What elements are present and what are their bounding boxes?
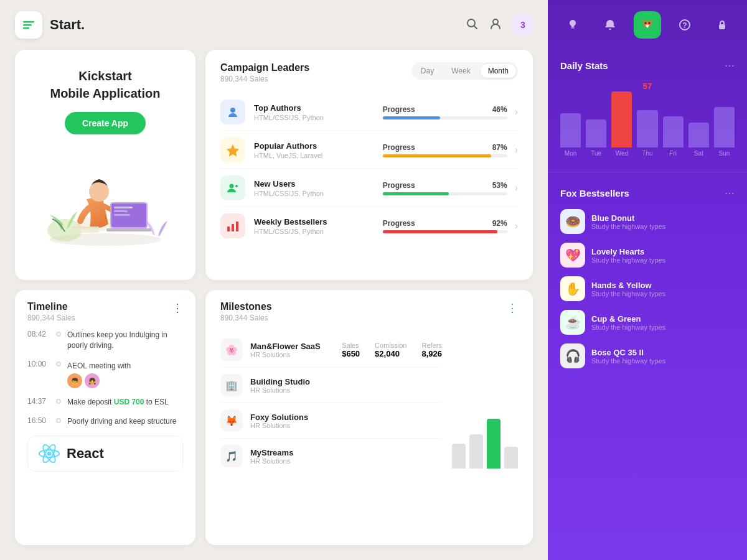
bar-fri: Fri xyxy=(663,116,684,157)
react-badge: React xyxy=(27,436,183,472)
campaign-row: Popular Authors HTML, VueJS, Laravel Pro… xyxy=(220,131,518,169)
bar-fill-sun xyxy=(714,107,735,147)
daily-stats-menu[interactable]: ⋯ xyxy=(725,60,735,72)
milestone-row-4: 🎵 MyStreams HR Solutions xyxy=(220,439,442,474)
stat-header-refers: Refers xyxy=(421,342,442,349)
bar-chart: Mon Tue Wed Thu Fri Sat xyxy=(560,95,735,157)
svg-line-4 xyxy=(474,26,477,29)
svg-rect-1 xyxy=(23,24,32,26)
milestone-sub-2: HR Solutions xyxy=(250,386,310,394)
bar-day-sun: Sun xyxy=(719,150,730,157)
bestseller-img-1: 🍩 xyxy=(560,209,585,234)
bar-thu: Thu xyxy=(637,110,657,157)
milestone-sub-3: HR Solutions xyxy=(250,422,308,429)
bar-sun: Sun xyxy=(714,107,735,157)
bar-day-fri: Fri xyxy=(669,150,677,157)
fox-bestsellers-menu[interactable]: ⋯ xyxy=(725,187,735,199)
sidebar-nav-lock[interactable] xyxy=(708,11,736,39)
sidebar-nav-bulb[interactable] xyxy=(559,11,586,39)
top-authors-info: Top Authors HTML/CSS/JS, Python xyxy=(254,103,383,121)
campaign-row: New Users HTML/CSS/JS, Python Progress53… xyxy=(220,169,518,207)
stat-refers-1: 8,926 xyxy=(421,349,442,358)
campaign-subtitle: 890,344 Sales xyxy=(220,75,309,83)
milestone-icon-4: 🎵 xyxy=(220,445,243,467)
logo-icon[interactable] xyxy=(15,11,42,39)
milestone-icon-1: 🌸 xyxy=(220,338,243,361)
create-app-button[interactable]: Create App xyxy=(65,112,146,134)
popular-authors-tech: HTML, VueJS, Laravel xyxy=(254,152,383,159)
new-users-icon xyxy=(220,175,245,200)
kickstart-card: Kickstart Mobile Application Create App xyxy=(15,50,195,280)
timeline-item: 10:00 AEOL meeting with 👦 👧 xyxy=(27,360,183,389)
search-icon[interactable] xyxy=(466,17,478,33)
timeline-menu-dots[interactable]: ⋮ xyxy=(172,301,183,315)
milestone-row-3: 🦊 Foxy Solutions HR Solutions xyxy=(220,403,442,439)
timeline-title: Timeline xyxy=(27,301,75,312)
timeline-text-1: Outlines keep you Indulging in poorly dr… xyxy=(67,330,183,351)
timeline-dot xyxy=(56,399,61,404)
sidebar-top-nav: ? xyxy=(548,0,747,50)
svg-point-20 xyxy=(230,184,234,189)
svg-rect-2 xyxy=(23,27,29,29)
weekly-bestsellers-icon xyxy=(220,213,245,238)
bestseller-sub-4: Study the highway types xyxy=(591,324,665,331)
fox-bestsellers-title: Fox Bestsellers xyxy=(560,188,629,198)
weekly-bestsellers-arrow[interactable]: › xyxy=(515,220,518,231)
main-area: Start. 3 Kickstart Mobile Application Cr… xyxy=(0,0,548,560)
tab-day[interactable]: Day xyxy=(413,64,441,78)
popular-authors-name: Popular Authors xyxy=(254,141,383,151)
header: Start. 3 xyxy=(0,0,548,50)
weekly-bestsellers-name: Weekly Bestsellers xyxy=(254,217,383,226)
bar-fill-wed xyxy=(611,91,632,147)
bestseller-img-4: ☕ xyxy=(560,310,585,335)
timeline-dot xyxy=(56,418,61,423)
bestseller-sub-1: Study the highway types xyxy=(591,223,665,230)
sidebar-nav-fox[interactable] xyxy=(634,11,661,39)
react-logo-icon xyxy=(38,442,60,465)
timeline-card: Timeline 890,344 Sales ⋮ 08:42 Outlines … xyxy=(15,290,195,545)
bar-day-sat: Sat xyxy=(694,150,703,157)
sidebar-nav-notification[interactable] xyxy=(596,11,624,39)
bestseller-name-4: Cup & Green xyxy=(591,314,665,324)
campaign-card: Campaign Leaders 890,344 Sales Day Week … xyxy=(205,50,533,280)
daily-stats-section: Daily Stats ⋯ 57 Mon Tue Wed Thu xyxy=(548,50,747,167)
new-users-info: New Users HTML/CSS/JS, Python xyxy=(254,179,383,197)
bar-day-wed: Wed xyxy=(616,150,628,157)
milestone-name-2: Building Studio xyxy=(250,377,310,386)
stat-sales-1: $650 xyxy=(342,349,360,358)
timeline-header: Timeline 890,344 Sales ⋮ xyxy=(27,301,183,322)
svg-rect-11 xyxy=(114,207,133,208)
popular-authors-icon xyxy=(220,138,245,162)
top-authors-arrow[interactable]: › xyxy=(515,106,518,118)
svg-point-18 xyxy=(230,108,235,113)
campaign-title: Campaign Leaders xyxy=(220,62,309,73)
user-icon[interactable] xyxy=(489,17,502,33)
timeline-item: 14:37 Make deposit USD 700 to ESL xyxy=(27,397,183,408)
tab-month[interactable]: Month xyxy=(481,64,516,78)
notification-badge[interactable]: 3 xyxy=(513,15,533,35)
bestseller-img-5: 🎧 xyxy=(560,343,585,368)
new-users-arrow[interactable]: › xyxy=(515,182,518,194)
timeline-subtitle: 890,344 Sales xyxy=(27,314,75,322)
tab-week[interactable]: Week xyxy=(444,64,477,78)
bestseller-sub-2: Study the highway types xyxy=(591,256,665,264)
svg-rect-13 xyxy=(114,214,130,216)
bar-fill-sat xyxy=(688,123,709,147)
svg-rect-25 xyxy=(236,222,238,231)
campaign-header: Campaign Leaders 890,344 Sales Day Week … xyxy=(220,62,518,83)
sidebar-nav-help[interactable]: ? xyxy=(671,11,698,39)
svg-rect-31 xyxy=(571,28,575,29)
bestseller-item-4: ☕ Cup & Green Study the highway types xyxy=(560,310,735,335)
new-users-name: New Users xyxy=(254,179,383,189)
bar-fill-thu xyxy=(637,110,657,147)
timeline-text-4: Poorly driving and keep structure xyxy=(67,416,176,427)
weekly-bestsellers-tech: HTML/CSS/JS, Python xyxy=(254,228,383,235)
milestones-menu-dots[interactable]: ⋮ xyxy=(507,301,518,315)
avatar-2: 👧 xyxy=(85,373,100,388)
milestones-card: Milestones 890,344 Sales ⋮ 🌸 Man&Flower … xyxy=(205,290,533,545)
stat-header-sales: Sales xyxy=(342,342,360,349)
weekly-bestsellers-progress: Progress92% xyxy=(383,219,507,233)
chart-bar-2 xyxy=(469,434,483,469)
bar-day-thu: Thu xyxy=(642,150,652,157)
popular-authors-arrow[interactable]: › xyxy=(515,144,518,156)
